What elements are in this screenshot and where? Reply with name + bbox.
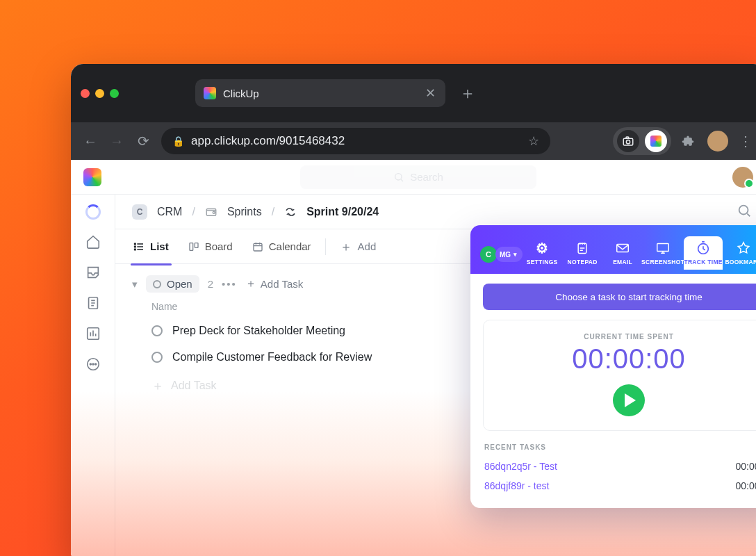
task-name: Compile Customer Feedback for Review	[172, 351, 372, 363]
new-tab-button[interactable]: ＋	[459, 82, 476, 104]
recent-task-row[interactable]: 86dqn2q5r - Test 00:00:02	[483, 457, 756, 476]
status-circle-icon[interactable]	[151, 325, 163, 336]
status-circle-icon[interactable]	[151, 352, 163, 363]
user-avatar[interactable]	[732, 167, 753, 188]
plus-icon: ＋	[340, 238, 352, 255]
popup-tab-screenshot[interactable]: SCREENSHOT	[643, 236, 682, 270]
tab-label: Calendar	[269, 240, 311, 252]
svg-rect-18	[254, 243, 262, 251]
tab-label: Add	[358, 240, 377, 252]
notepad-icon	[575, 240, 589, 256]
add-task-label: Add Task	[261, 278, 303, 290]
svg-point-8	[92, 363, 94, 365]
group-more-icon[interactable]: •••	[222, 278, 237, 290]
close-tab-icon[interactable]: ✕	[425, 85, 436, 101]
extension-popup: C MG ⚙ SETTINGS NOTEPAD EMAIL SC	[470, 225, 756, 508]
extension-group	[613, 127, 671, 155]
popup-tab-bookmark[interactable]: BOOKMARK	[724, 236, 756, 270]
screenshot-icon	[655, 240, 671, 256]
status-chip[interactable]: Open	[146, 275, 199, 293]
search-placeholder: Search	[410, 171, 443, 183]
left-rail	[71, 195, 115, 556]
browser-toolbar: ← → ⟳ 🔒 app.clickup.com/9015468432 ☆ ⋮	[71, 122, 756, 160]
tab-label: EMAIL	[613, 259, 632, 265]
gear-icon: ⚙	[536, 240, 548, 256]
popup-body: Choose a task to start tracking time CUR…	[470, 274, 756, 508]
breadcrumb-sep: /	[272, 206, 274, 218]
recent-task-name[interactable]: 86dqjf89r - test	[484, 480, 549, 491]
tab-calendar[interactable]: Calendar	[244, 235, 320, 258]
tab-list[interactable]: List	[125, 235, 177, 258]
tab-label: TRACK TIME	[684, 259, 722, 265]
clickup-extension-icon[interactable]	[645, 130, 667, 152]
address-bar[interactable]: 🔒 app.clickup.com/9015468432 ☆	[161, 128, 550, 154]
recent-task-name[interactable]: 86dqn2q5r - Test	[484, 461, 557, 472]
docs-icon[interactable]	[85, 295, 101, 311]
popup-header: C MG ⚙ SETTINGS NOTEPAD EMAIL SC	[470, 225, 756, 274]
add-task-inline-button[interactable]: ＋ Add Task	[245, 277, 303, 291]
inbox-icon[interactable]	[85, 264, 101, 281]
svg-point-3	[395, 173, 402, 179]
camera-extension-icon[interactable]	[617, 130, 639, 152]
folder-icon	[205, 206, 217, 218]
breadcrumb-folder[interactable]: Sprints	[227, 206, 262, 218]
add-task-label: Add Task	[171, 379, 217, 392]
dashboards-icon[interactable]	[85, 325, 101, 342]
tab-board[interactable]: Board	[180, 235, 241, 258]
popup-tab-track-time[interactable]: TRACK TIME	[684, 236, 723, 270]
browser-titlebar: ClickUp ✕ ＋	[71, 64, 756, 122]
browser-tab[interactable]: ClickUp ✕	[195, 79, 445, 107]
popup-tab-email[interactable]: EMAIL	[603, 236, 642, 270]
svg-point-1	[626, 140, 630, 144]
svg-rect-16	[190, 243, 193, 250]
browser-menu-icon[interactable]: ⋮	[738, 133, 755, 149]
recent-tasks-header: RECENT TASKS	[484, 443, 756, 451]
global-search[interactable]: Search	[300, 165, 536, 189]
add-view-button[interactable]: ＋ Add	[331, 233, 385, 261]
app-header: Search	[71, 160, 756, 195]
status-label: Open	[167, 278, 192, 290]
back-button[interactable]: ←	[82, 133, 99, 149]
status-dot-icon	[153, 280, 161, 288]
tab-label: NOTEPAD	[568, 259, 598, 265]
lock-icon: 🔒	[172, 136, 184, 147]
choose-task-button[interactable]: Choose a task to start tracking time	[483, 284, 756, 310]
profile-avatar[interactable]	[707, 131, 728, 152]
extensions-icon[interactable]	[681, 134, 698, 148]
svg-point-11	[213, 211, 215, 213]
clickup-logo-icon[interactable]	[83, 168, 101, 186]
svg-rect-17	[195, 243, 198, 247]
home-icon[interactable]	[85, 234, 101, 250]
recent-task-duration: 00:00:02	[736, 461, 757, 472]
forward-button[interactable]: →	[108, 133, 125, 149]
reload-button[interactable]: ⟳	[135, 133, 151, 149]
current-time-value: 00:00:00	[491, 343, 756, 375]
view-search-icon[interactable]	[737, 203, 755, 221]
popup-tab-settings[interactable]: ⚙ SETTINGS	[523, 236, 561, 270]
plus-icon: ＋	[245, 277, 256, 291]
svg-point-9	[94, 363, 96, 365]
star-icon	[736, 240, 751, 256]
space-badge[interactable]: C	[132, 204, 147, 220]
more-icon[interactable]	[85, 356, 101, 373]
breadcrumb-space[interactable]: CRM	[157, 206, 182, 218]
list-icon	[133, 241, 145, 252]
svg-point-15	[134, 249, 135, 250]
recent-task-row[interactable]: 86dqjf89r - test 00:00:05	[483, 476, 756, 496]
bookmark-star-icon[interactable]: ☆	[528, 133, 539, 149]
calendar-icon	[252, 241, 263, 252]
email-icon	[615, 240, 630, 256]
task-name: Prep Deck for Stakeholder Meeting	[172, 325, 345, 337]
workspace-switcher[interactable]: C MG	[476, 246, 523, 270]
close-window-icon[interactable]	[81, 89, 90, 98]
start-timer-button[interactable]	[613, 384, 645, 416]
minimize-window-icon[interactable]	[95, 89, 104, 98]
collapse-icon[interactable]: ▾	[132, 278, 138, 291]
choose-task-label: Choose a task to start tracking time	[555, 292, 702, 302]
svg-rect-21	[657, 244, 669, 252]
board-icon	[188, 241, 199, 252]
maximize-window-icon[interactable]	[110, 89, 119, 98]
breadcrumb-list[interactable]: Sprint 9/20/24	[306, 206, 379, 218]
svg-point-12	[739, 206, 748, 215]
popup-tab-notepad[interactable]: NOTEPAD	[563, 236, 602, 270]
